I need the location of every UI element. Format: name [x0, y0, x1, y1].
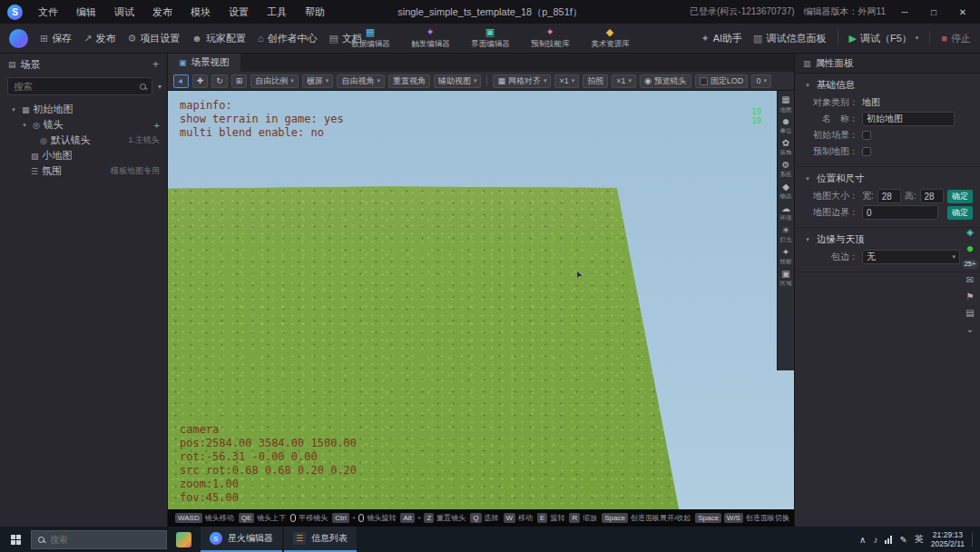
map-height-input[interactable] — [920, 189, 944, 203]
tab-scene-view[interactable]: ▣ 场景视图 — [168, 54, 240, 72]
map-width-input[interactable] — [877, 189, 901, 203]
section-edge-header[interactable]: ▾边缘与天顶 — [795, 231, 980, 249]
stop-button[interactable]: ■停止 — [941, 32, 971, 45]
palette-item-light[interactable]: ☀灯光 — [778, 224, 794, 244]
message-badge[interactable]: 25+ — [962, 260, 979, 269]
player-config-button[interactable]: ☻玩家配置 — [191, 32, 246, 45]
clock[interactable]: 21:29:132025/2/11 — [931, 530, 965, 548]
volume-icon[interactable]: ♪ — [873, 535, 877, 545]
menu-file[interactable]: 文件 — [30, 3, 66, 22]
map-border-input[interactable] — [862, 205, 938, 220]
debug-info-panel-button[interactable]: ▥调试信息面板 — [753, 32, 826, 45]
prefab-map-checkbox[interactable] — [862, 147, 871, 156]
expander-icon[interactable]: ▾ — [9, 106, 18, 113]
rotate-tool-button[interactable]: ↻ — [211, 74, 228, 88]
search-filter-chevron-icon[interactable]: ▾ — [158, 83, 162, 91]
prefab-skill-library-button[interactable]: ✦预制技能库 — [524, 25, 575, 50]
docs-icon[interactable]: ▤ — [965, 308, 974, 318]
scene-search-box[interactable] — [7, 77, 152, 95]
publish-button[interactable]: ↗发布 — [83, 32, 115, 45]
menu-edit[interactable]: 编辑 — [68, 3, 104, 22]
ai-assistant-icon[interactable]: ◈ — [966, 227, 974, 237]
data-editor-button[interactable]: ▦数据编辑器 — [345, 25, 396, 50]
taskbar-search[interactable] — [31, 530, 167, 549]
mail-icon[interactable]: ✉ — [966, 275, 974, 285]
reset-view-button[interactable]: 重置视角 — [388, 74, 430, 88]
menu-publish[interactable]: 发布 — [144, 3, 181, 22]
confirm-size-button[interactable]: 确定 — [947, 190, 973, 203]
scene-search-input[interactable] — [14, 81, 136, 92]
project-settings-button[interactable]: ⚙项目设置 — [127, 32, 180, 45]
flag-icon[interactable]: ⚑ — [966, 291, 975, 301]
wrap-select[interactable]: 无▾ — [862, 250, 960, 264]
window-title: single_simple_ts_template_18（p_851f） — [397, 5, 583, 19]
palette-item-decoration[interactable]: ✿装饰 — [778, 137, 794, 157]
maximize-button[interactable]: □ — [924, 4, 944, 20]
palette-item-skill[interactable]: ✦技能 — [778, 246, 794, 266]
name-input[interactable] — [862, 112, 955, 126]
fixed-lod-toggle[interactable]: 固定LOD — [695, 74, 749, 88]
close-button[interactable]: ✕ — [953, 4, 973, 20]
select-tool-button[interactable]: ➤ — [173, 74, 189, 88]
menu-settings[interactable]: 设置 — [220, 3, 257, 22]
preview-camera-button[interactable]: ◉预览镜头 — [640, 74, 691, 88]
orientation-dropdown[interactable]: 横屏▾ — [302, 74, 334, 88]
scene-viewport[interactable]: mapinfo:show terrain in game: yesmulti b… — [168, 91, 794, 509]
add-camera-button[interactable]: + — [154, 120, 160, 131]
lod-checkbox[interactable] — [700, 77, 708, 85]
online-user-icon[interactable]: ☻ — [965, 243, 975, 253]
photo-button[interactable]: 拍照 — [583, 74, 608, 88]
aspect-ratio-dropdown[interactable]: 自由比例▾ — [250, 74, 299, 88]
debug-button[interactable]: ▶调试（F5）▾ — [849, 32, 919, 45]
collapse-rail-icon[interactable]: ⌄ — [966, 324, 974, 334]
move-tool-button[interactable]: ✚ — [192, 74, 209, 88]
palette-item-item[interactable]: ◆物品 — [778, 181, 794, 201]
tree-item-cameras[interactable]: ▾ ◎ 镜头 + — [0, 117, 167, 133]
scale-tool-button[interactable]: ⊞ — [231, 74, 248, 88]
start-button[interactable] — [0, 527, 31, 552]
minimize-button[interactable]: ─ — [895, 4, 915, 20]
tab-label: 场景视图 — [191, 56, 230, 69]
section-basic-header[interactable]: ▾基础信息 — [795, 76, 980, 94]
menu-help[interactable]: 帮助 — [297, 3, 333, 22]
ime-icon[interactable]: ✎ — [899, 535, 906, 545]
palette-item-region[interactable]: ▣区域 — [778, 268, 794, 288]
lod-level-dropdown[interactable]: 0▾ — [751, 74, 771, 88]
tree-item-ambience[interactable]: ☰ 氛围 模板地图专用 — [0, 163, 167, 179]
view-mode-dropdown[interactable]: 自由视角▾ — [337, 74, 385, 88]
save-button[interactable]: ⊞保存 — [40, 32, 72, 45]
expander-icon[interactable]: ▾ — [20, 122, 29, 129]
pinned-app-icon[interactable] — [176, 532, 191, 547]
ai-assistant-button[interactable]: ✦AI助手 — [701, 32, 742, 45]
menu-tools[interactable]: 工具 — [259, 3, 295, 22]
art-resource-library-button[interactable]: ◆美术资源库 — [584, 25, 635, 50]
user-avatar[interactable] — [9, 29, 28, 48]
grid-snap-dropdown[interactable]: ▦网格对齐▾ — [493, 74, 551, 88]
trigger-editor-button[interactable]: ✦触发编辑器 — [405, 25, 456, 50]
palette-item-unit[interactable]: ☻单位 — [778, 115, 794, 135]
taskbar-app-info-list[interactable]: ☰ 信息列表 — [284, 527, 357, 552]
tree-item-default-camera[interactable]: ◎ 默认镜头 1.主镜头 — [0, 133, 167, 148]
menu-debug[interactable]: 调试 — [106, 3, 142, 22]
ui-editor-button[interactable]: ▣界面编辑器 — [465, 25, 515, 50]
palette-item-system[interactable]: ⚙系统 — [778, 159, 794, 179]
assist-view-dropdown[interactable]: 辅助视图▾ — [434, 74, 482, 88]
section-size-header[interactable]: ▾位置和尺寸 — [795, 170, 980, 188]
show-desktop-divider[interactable] — [972, 532, 973, 547]
tree-item-minimap[interactable]: ▨ 小地图 — [0, 148, 167, 163]
add-scene-button[interactable]: + — [152, 58, 159, 71]
photo-scale-dropdown[interactable]: ×1▾ — [612, 74, 636, 88]
confirm-border-button[interactable]: 确定 — [947, 206, 973, 220]
creator-center-button[interactable]: ⌂创作者中心 — [258, 32, 318, 45]
tray-chevron-up-icon[interactable]: ∧ — [859, 535, 866, 545]
grid-scale-dropdown[interactable]: ×1▾ — [554, 74, 579, 88]
menu-module[interactable]: 模块 — [182, 3, 219, 22]
initial-scene-checkbox[interactable] — [862, 131, 871, 140]
language-indicator[interactable]: 英 — [915, 533, 924, 546]
tree-item-initial-map[interactable]: ▾ ▦ 初始地图 — [0, 102, 167, 117]
network-icon[interactable] — [885, 536, 892, 544]
taskbar-search-input[interactable] — [50, 535, 160, 545]
taskbar-app-spark-editor[interactable]: S 星火编辑器 — [201, 527, 282, 552]
palette-item-environment[interactable]: ☁环境 — [778, 202, 794, 222]
palette-item-map[interactable]: ▦地图 — [778, 94, 794, 113]
